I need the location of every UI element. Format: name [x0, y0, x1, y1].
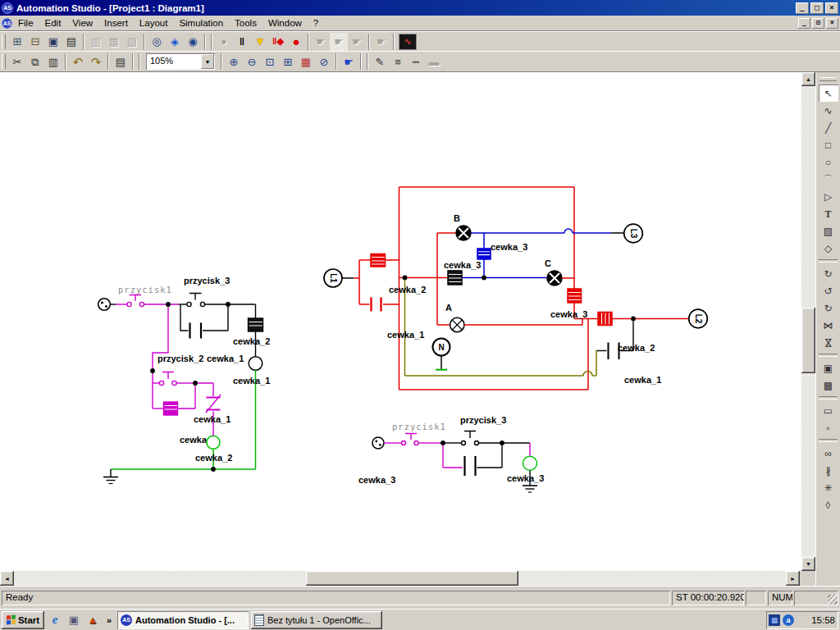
component-label[interactable]: B [454, 213, 460, 223]
circuit-left[interactable]: cewka_2 [98, 276, 271, 484]
document-properties-icon[interactable]: ▥ [87, 33, 105, 51]
line-thickness-icon[interactable]: ≡ [389, 52, 407, 71]
text-tool-icon[interactable]: T [819, 205, 838, 222]
zoom-page-icon[interactable]: ⊞ [279, 52, 297, 71]
zoom-grid-icon[interactable]: ▦ [297, 52, 315, 71]
vertical-scroll-thumb[interactable] [801, 308, 815, 373]
rotate-right-tool-icon[interactable]: ↻ [819, 299, 838, 317]
sim-hand-2-icon[interactable]: ☛ [330, 33, 348, 51]
horizontal-scrollbar[interactable]: ◄ ► [0, 571, 800, 586]
resize-grip[interactable] [828, 595, 838, 605]
pushbutton-przycisk1[interactable] [384, 434, 443, 445]
paste-icon[interactable]: ▥ [44, 52, 62, 71]
palette-grip[interactable] [819, 77, 837, 81]
draw-line-icon[interactable]: ✎ [371, 52, 389, 71]
component-label[interactable]: cewka_1 [233, 376, 270, 386]
properties-icon[interactable]: ▤ [112, 52, 130, 71]
links-tool-icon[interactable]: ∿ [819, 102, 838, 119]
coil-cewka2-black[interactable] [249, 304, 263, 357]
pushbutton-przycisk3[interactable] [443, 431, 530, 445]
menu-insert[interactable]: Insert [98, 16, 134, 30]
line-style-icon[interactable]: ┅ [407, 52, 425, 71]
menu-tools[interactable]: Tools [229, 16, 262, 30]
line-tool-icon[interactable]: ╱ [819, 119, 838, 136]
rectangle-tool-icon[interactable]: □ [819, 136, 838, 153]
vertex-tool-icon[interactable]: ◇ [819, 240, 838, 257]
component-label[interactable]: przycisk1 [118, 285, 172, 294]
lamp-cewka1[interactable] [249, 357, 262, 371]
plotter-icon[interactable]: ∿ [399, 34, 417, 50]
terminal-l2[interactable]: L2 [689, 309, 708, 328]
component-label[interactable]: przycisk_2 [158, 354, 203, 363]
coil-cewka3-main[interactable] [448, 271, 462, 285]
send-to-back-tool-icon[interactable]: ▩ [819, 377, 838, 394]
undo-icon[interactable]: ↶ [69, 52, 87, 71]
new-project-icon[interactable]: ⊞ [8, 33, 26, 51]
ungroup-tool-icon[interactable]: ▫ [819, 419, 838, 436]
component-label[interactable]: cewka_3 [550, 309, 587, 319]
polygon-tool-icon[interactable]: ▷ [819, 188, 838, 205]
find-icon[interactable]: ◎ [148, 33, 166, 51]
cut-icon[interactable]: ✂ [8, 52, 26, 71]
toolbar-grip[interactable] [2, 54, 6, 69]
component-label[interactable]: A [445, 303, 452, 313]
component-label[interactable]: cewka_3 [358, 475, 395, 485]
simulation-stop-icon[interactable]: ● [287, 33, 305, 51]
disconnect-tool-icon[interactable]: ∦ [819, 462, 838, 479]
terminal-l1[interactable]: L1 [324, 269, 354, 287]
vertical-scrollbar[interactable]: ▲ ▼ [801, 72, 815, 571]
image-tool-icon[interactable]: ▨ [819, 222, 838, 240]
tray-display-icon[interactable]: ▦ [769, 614, 780, 626]
lamp-b[interactable] [456, 226, 471, 240]
coil-cewka3-red-horizontal[interactable] [598, 313, 612, 326]
close-button[interactable]: × [825, 2, 838, 14]
horizontal-scroll-thumb[interactable] [306, 571, 518, 586]
ground-symbol[interactable] [523, 486, 537, 492]
power-source-symbol[interactable] [372, 437, 384, 449]
coil-cewka3-blue-branch[interactable] [477, 233, 491, 278]
pan-icon[interactable]: ☛ [340, 52, 358, 71]
task-automation-studio[interactable]: AS Automation Studio - [... [117, 611, 249, 629]
mdi-restore-button[interactable]: ⊡ [812, 18, 824, 29]
toolbar-grip[interactable] [2, 34, 6, 49]
zoom-value[interactable]: 105% [146, 53, 200, 70]
report-icon[interactable]: ▧ [123, 33, 141, 51]
component-label[interactable]: cewka_3 [507, 473, 544, 483]
lamp-c[interactable] [547, 271, 562, 285]
zoom-combobox[interactable]: 105% ▼ [146, 53, 215, 70]
open-project-icon[interactable]: ⊟ [26, 33, 44, 51]
diagram-canvas[interactable]: cewka_2 [0, 72, 801, 571]
component-label[interactable]: cewka_2 [195, 453, 232, 463]
simulation-step-icon[interactable]: ‖◆ [269, 33, 287, 51]
component-label[interactable]: przycisk1 [392, 422, 446, 431]
save-icon[interactable]: ▣ [44, 33, 62, 51]
ground-symbol[interactable] [103, 469, 118, 484]
taskbar-clock[interactable]: 15:58 [797, 615, 835, 625]
flip-horizontal-tool-icon[interactable]: ⋈ [819, 317, 838, 334]
zoom-in-icon[interactable]: ⊕ [225, 52, 243, 71]
component-label[interactable]: cewka_3 [491, 242, 527, 252]
menu-layout[interactable]: Layout [134, 16, 174, 30]
component-label[interactable]: cewka_1 [387, 330, 424, 340]
zoom-window-icon[interactable]: ⊡ [261, 52, 279, 71]
terminal-n[interactable]: N [433, 339, 450, 370]
zoom-dropdown-icon[interactable]: ▼ [201, 54, 214, 69]
menu-view[interactable]: View [66, 16, 98, 30]
menu-edit[interactable]: Edit [39, 16, 67, 30]
simulation-normal-icon[interactable]: ● [215, 33, 233, 51]
matlab-icon[interactable]: ▲ [84, 612, 101, 628]
zoom-out-icon[interactable]: ⊖ [243, 52, 261, 71]
bring-to-front-tool-icon[interactable]: ▣ [819, 359, 838, 377]
zoom-custom-icon[interactable]: ⊘ [315, 52, 333, 71]
start-button[interactable]: Start [2, 611, 44, 629]
scroll-right-icon[interactable]: ► [786, 571, 800, 586]
component-label[interactable]: przycisk_3 [460, 415, 506, 425]
internet-explorer-icon[interactable]: e [47, 612, 63, 628]
coil-cewka2-red[interactable] [371, 254, 386, 267]
app-icon[interactable]: AS [2, 2, 13, 14]
menu-simulation[interactable]: Simulation [173, 16, 229, 30]
scroll-up-icon[interactable]: ▲ [801, 72, 815, 86]
sim-hand-3-icon[interactable]: ☛ [348, 33, 366, 51]
component-label[interactable]: cewka_1 [194, 414, 231, 424]
lamp-a[interactable] [450, 317, 464, 331]
